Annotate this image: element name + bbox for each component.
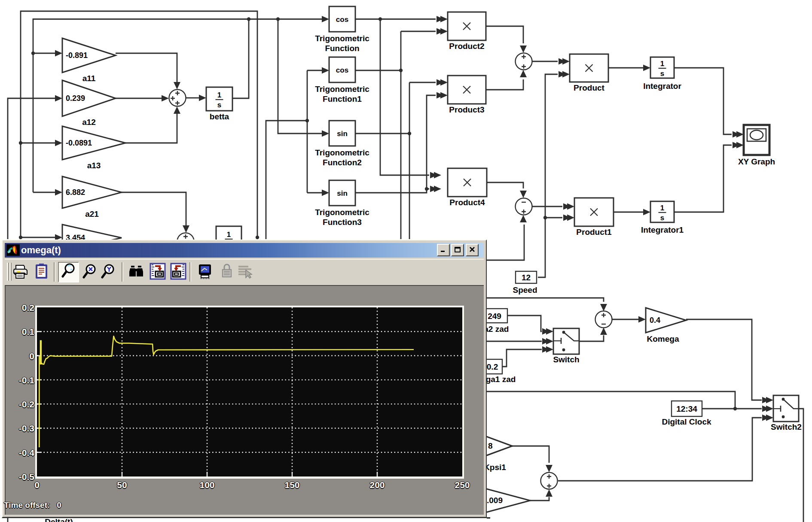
svg-text:s: s [660,70,664,78]
svg-text:-0.0891: -0.0891 [66,139,92,147]
svg-text:1: 1 [217,91,221,99]
svg-text:betta: betta [210,112,229,121]
svg-text:Product3: Product3 [449,105,484,114]
svg-text:s: s [660,214,664,222]
svg-text:Function2: Function2 [323,158,362,167]
svg-text:249: 249 [488,312,501,321]
svg-text:Integrator1: Integrator1 [641,225,684,234]
svg-text:-0.891: -0.891 [66,51,88,60]
svg-text:.009: .009 [487,496,503,505]
svg-text:XY Graph: XY Graph [738,157,775,166]
svg-text:1: 1 [227,231,231,239]
svg-text:Digital Clock: Digital Clock [662,417,711,426]
svg-text:0.2: 0.2 [487,362,498,371]
svg-text:Integrator: Integrator [643,82,681,91]
svg-text:cos: cos [336,66,348,74]
svg-text:12:34: 12:34 [676,404,697,413]
svg-text:Switch2: Switch2 [771,422,802,431]
svg-text:0.4: 0.4 [650,316,660,325]
svg-text:Kpsi1: Kpsi1 [484,463,506,472]
svg-text:6.882: 6.882 [66,188,85,197]
svg-text:1: 1 [660,60,664,68]
svg-text:a21: a21 [85,209,99,219]
svg-text:Product: Product [574,83,604,92]
svg-text:sin: sin [337,189,348,197]
svg-text:12: 12 [522,273,531,282]
svg-text:0.239: 0.239 [66,94,85,103]
svg-text:Function: Function [325,44,359,53]
svg-text:sin: sin [337,130,348,138]
svg-text:a13: a13 [87,161,101,170]
svg-text:Function3: Function3 [323,218,362,227]
svg-text:cos: cos [336,15,348,24]
svg-text:Komega: Komega [647,334,679,343]
svg-text:Switch: Switch [553,355,579,364]
svg-text:Trigonometric: Trigonometric [315,85,369,94]
svg-text:a12: a12 [82,118,96,127]
svg-text:s: s [217,101,221,109]
svg-text:Speed: Speed [513,285,537,294]
svg-text:Trigonometric: Trigonometric [315,148,369,157]
svg-text:a11: a11 [82,74,96,83]
svg-text:1: 1 [660,204,664,212]
svg-text:8: 8 [488,441,493,450]
svg-text:Trigonometric: Trigonometric [315,208,369,217]
svg-text:Product1: Product1 [576,228,612,237]
svg-text:Function1: Function1 [323,94,362,103]
svg-text:Product4: Product4 [449,198,485,207]
svg-text:Trigonometric: Trigonometric [315,34,369,43]
svg-text:Product2: Product2 [449,42,484,51]
